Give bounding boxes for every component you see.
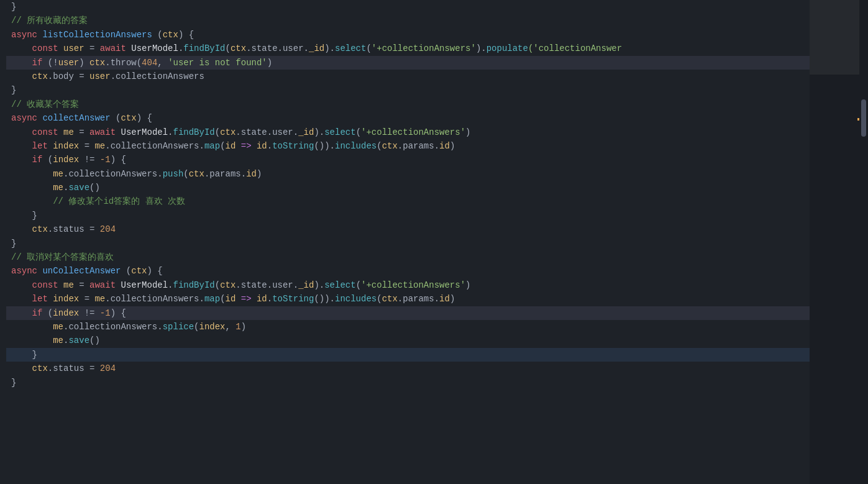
code-token: index xyxy=(53,139,79,153)
code-token: me xyxy=(53,320,63,334)
code-line: if (index != -1) { xyxy=(6,153,810,167)
code-token: // xyxy=(11,98,27,111)
code-token: .collectionAnswers xyxy=(111,70,204,83)
code-token: // xyxy=(11,250,27,264)
code-token: ( xyxy=(48,153,53,167)
code-token: ctx xyxy=(163,28,178,42)
code-token: ). xyxy=(324,42,335,55)
code-token: } xyxy=(32,348,37,362)
code-line: // 修改某个id答案的 喜欢 次数 xyxy=(6,194,810,208)
minimap xyxy=(810,0,859,484)
code-token: ) xyxy=(450,139,455,153)
code-token xyxy=(11,320,53,334)
code-token: . xyxy=(168,278,173,292)
code-token: '+collectionAnswers' xyxy=(372,42,476,55)
code-token: map xyxy=(204,139,220,153)
code-token: const xyxy=(32,126,63,139)
code-line: // 所有收藏的答案 xyxy=(6,14,810,27)
code-token: ctx xyxy=(231,42,246,55)
code-token: .collectionAnswers. xyxy=(63,167,163,181)
code-token: ( xyxy=(377,139,381,153)
code-token: . xyxy=(267,292,272,306)
code-token: push xyxy=(163,167,184,181)
code-token: ) xyxy=(257,167,262,181)
code-token: id xyxy=(257,292,267,306)
code-token: () xyxy=(89,334,100,347)
code-token: ( xyxy=(220,292,225,306)
code-token: let xyxy=(32,292,53,306)
code-token: save xyxy=(68,181,89,194)
code-token: ()). xyxy=(314,292,335,306)
code-token: includes xyxy=(335,139,377,153)
code-token: if xyxy=(32,306,48,320)
code-token: ( xyxy=(194,320,199,334)
code-token: select xyxy=(324,126,355,139)
code-token: async xyxy=(11,28,42,42)
code-token: ) xyxy=(79,56,89,70)
code-token: id xyxy=(439,292,450,306)
code-token: } xyxy=(11,83,16,97)
code-token xyxy=(11,139,32,153)
code-line: async listCollectionAnswers (ctx) { xyxy=(6,28,810,42)
code-token: me xyxy=(63,126,74,139)
code-token: ctx xyxy=(32,70,48,83)
code-line: let index = me.collectionAnswers.map(id … xyxy=(6,139,810,153)
code-line: me.collectionAnswers.push(ctx.params.id) xyxy=(6,167,810,181)
code-token: async xyxy=(11,264,42,278)
code-token: ) { xyxy=(178,28,194,42)
code-token: '+collectionAnswers' xyxy=(361,126,465,139)
code-token: .collectionAnswers. xyxy=(63,320,163,334)
code-token: .status = xyxy=(48,362,100,375)
code-token: 204 xyxy=(100,362,116,375)
code-token: = xyxy=(79,139,94,153)
code-token: UserModel xyxy=(121,126,168,139)
code-token xyxy=(11,70,32,83)
code-token: . xyxy=(63,181,68,194)
code-token: 204 xyxy=(100,222,116,236)
code-editor: }// 所有收藏的答案async listCollectionAnswers (… xyxy=(0,0,810,484)
code-token: ) { xyxy=(147,264,162,278)
code-token: .state.user. xyxy=(235,278,298,292)
code-line: me.save() xyxy=(6,181,810,194)
code-token: } xyxy=(11,237,16,250)
code-token: ). xyxy=(314,126,324,139)
scrollbar-thumb[interactable] xyxy=(861,99,866,137)
code-token: index xyxy=(53,306,79,320)
code-token: index xyxy=(53,153,79,167)
code-token xyxy=(11,292,32,306)
code-token: ) { xyxy=(111,306,126,320)
code-token: 取消对某个答案的喜欢 xyxy=(27,250,114,264)
code-token: . xyxy=(63,334,68,347)
code-token: _id xyxy=(309,42,324,55)
code-token: await xyxy=(89,126,121,139)
code-line: ctx.status = 204 xyxy=(6,362,810,375)
code-token xyxy=(11,222,32,236)
code-token: ctx xyxy=(131,264,147,278)
code-token: toString xyxy=(272,292,314,306)
code-line: } xyxy=(6,83,810,97)
code-token: ctx xyxy=(382,139,398,153)
code-token: ( xyxy=(183,167,188,181)
code-token xyxy=(11,306,32,320)
code-token: async xyxy=(11,111,42,125)
code-token: = xyxy=(74,278,89,292)
code-line: async collectAnswer (ctx) { xyxy=(6,111,810,125)
code-token: ()). xyxy=(314,139,335,153)
code-token: UserModel xyxy=(131,42,178,55)
code-token: ( xyxy=(111,111,121,125)
code-token: // xyxy=(11,14,27,27)
code-token: . xyxy=(267,139,272,153)
code-token: ( xyxy=(356,126,361,139)
code-token: me xyxy=(53,167,63,181)
code-token: ( xyxy=(356,278,361,292)
code-token: .state.user. xyxy=(246,42,309,55)
code-line: me.save() xyxy=(6,334,810,347)
code-token: ( xyxy=(152,28,163,42)
scrollbar-track[interactable] xyxy=(859,0,868,484)
code-token: me xyxy=(53,334,63,347)
code-token: ) { xyxy=(137,111,152,125)
code-line: if (index != -1) { xyxy=(6,306,810,320)
code-token xyxy=(11,153,32,167)
code-token: collectAnswer xyxy=(42,111,110,125)
code-token: . xyxy=(178,42,183,55)
